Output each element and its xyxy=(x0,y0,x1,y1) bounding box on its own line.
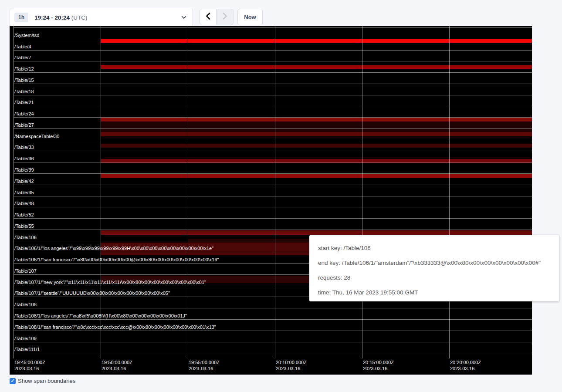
x-axis-tick-label: 19:55:00.000Z2023-03-16 xyxy=(189,359,220,372)
span-key-label: /Table/107 xyxy=(14,268,37,274)
span-key-label: /Table/108 xyxy=(14,302,37,307)
x-axis-tick-label: 19:45:00.000Z2023-03-16 xyxy=(14,359,45,372)
span-key-label: /Table/15 xyxy=(14,78,34,83)
span-key-label: /Table/18 xyxy=(14,89,34,94)
time-gridline xyxy=(14,26,14,358)
time-gridline xyxy=(362,26,362,358)
key-visualizer-canvas[interactable]: /System/tsd/Table/4/Table/7/Table/12/Tab… xyxy=(10,26,532,375)
span-boundary-line xyxy=(14,162,532,162)
heat-band xyxy=(101,174,532,178)
span-boundary-line xyxy=(14,84,532,84)
span-key-label: /Table/106/1/"san francisco"/"\x80\x00\x… xyxy=(14,257,219,262)
span-boundary-line xyxy=(14,27,532,28)
span-key-label: /NamespaceTable/30 xyxy=(14,134,59,139)
span-boundary-line xyxy=(14,342,532,342)
span-boundary-line xyxy=(14,61,532,61)
now-button[interactable]: Now xyxy=(237,9,263,25)
span-key-label: /Table/106/1/"los angeles"/"\x99\x99\x99… xyxy=(14,246,213,251)
x-axis-time: 20:20:00.000Z xyxy=(450,359,481,365)
span-key-label: /Table/106 xyxy=(14,235,37,240)
span-boundary-line xyxy=(14,117,532,118)
time-range-label: 19:24 - 20:24 (UTC) xyxy=(34,14,88,21)
chevron-left-icon xyxy=(206,13,210,21)
span-boundary-line xyxy=(14,140,532,140)
span-key-label: /Table/42 xyxy=(14,179,34,184)
span-boundary-line xyxy=(14,196,532,196)
span-tooltip: start key: /Table/106 end key: /Table/10… xyxy=(309,235,559,301)
x-axis-time: 19:45:00.000Z xyxy=(14,359,45,365)
time-gridline xyxy=(275,26,275,358)
time-gridline xyxy=(449,26,450,358)
span-key-label: /Table/36 xyxy=(14,156,34,161)
x-axis-time: 19:55:00.000Z xyxy=(189,359,220,365)
time-preset-badge: 1h xyxy=(14,13,28,22)
x-axis-tick-label: 19:50:00.000Z2023-03-16 xyxy=(102,359,132,372)
span-boundary-line xyxy=(14,72,532,73)
time-gridline xyxy=(188,26,188,358)
span-key-label: /Table/52 xyxy=(14,212,34,217)
span-boundary-line xyxy=(14,218,532,219)
next-interval-button[interactable] xyxy=(217,9,234,25)
span-boundary-line xyxy=(14,173,532,174)
span-boundary-line xyxy=(14,50,532,51)
show-span-boundaries-label: Show span boundaries xyxy=(18,378,75,384)
span-boundary-line xyxy=(14,353,532,353)
x-axis-date: 2023-03-16 xyxy=(450,365,481,372)
heat-band xyxy=(101,230,532,235)
span-key-label: /Table/45 xyxy=(14,190,34,195)
chevron-down-icon xyxy=(181,16,186,19)
span-key-label: /Table/12 xyxy=(14,66,34,71)
x-axis-tick-label: 20:15:00.000Z2023-03-16 xyxy=(363,359,394,372)
span-key-label: /Table/33 xyxy=(14,145,34,150)
span-boundary-line xyxy=(14,308,532,308)
time-range-select[interactable]: 1h 19:24 - 20:24 (UTC) xyxy=(10,8,193,27)
span-key-label: /Table/48 xyxy=(14,201,34,206)
span-boundary-line xyxy=(14,106,532,106)
span-boundary-line xyxy=(14,128,532,129)
checkmark-icon: ✓ xyxy=(10,378,14,383)
heat-band xyxy=(101,118,532,122)
previous-interval-button[interactable] xyxy=(200,9,217,25)
span-key-label: /Table/111/1 xyxy=(14,347,40,352)
span-key-label: /Table/39 xyxy=(14,167,34,172)
span-key-label: /Table/108/1/"san francisco"/"\x8c\xcc\x… xyxy=(14,324,216,330)
span-key-label: /System/tsd xyxy=(14,33,39,38)
x-axis-date: 2023-03-16 xyxy=(102,365,132,372)
footer-controls: ✓ Show span boundaries xyxy=(10,378,75,384)
span-boundary-line xyxy=(14,319,532,320)
x-axis-date: 2023-03-16 xyxy=(276,365,307,372)
heat-band xyxy=(101,65,532,69)
span-key-label: /Table/107/1/"new york"/"\x11\x11\x11\x1… xyxy=(14,280,206,285)
span-boundary-line xyxy=(14,185,532,185)
time-gridline xyxy=(101,26,101,358)
span-key-label: /Table/55 xyxy=(14,223,34,229)
span-key-label: /Table/27 xyxy=(14,122,34,128)
tooltip-start-key: start key: /Table/106 xyxy=(318,240,550,255)
heat-band xyxy=(101,132,532,136)
heat-band xyxy=(101,39,532,43)
x-axis-date: 2023-03-16 xyxy=(189,365,220,372)
time-range-value: 19:24 - 20:24 xyxy=(34,14,70,21)
span-boundary-line xyxy=(14,331,532,331)
timezone-label: (UTC) xyxy=(71,14,88,21)
span-boundary-line xyxy=(14,230,532,230)
x-axis-date: 2023-03-16 xyxy=(14,365,45,372)
x-axis-time: 19:50:00.000Z xyxy=(102,359,132,365)
x-axis-time: 20:10:00.000Z xyxy=(276,359,307,365)
chevron-right-icon xyxy=(223,13,227,21)
span-boundary-line xyxy=(14,95,532,95)
span-key-label: /Table/107/1/"seattle"/"UUUUUUD\x00\x80\… xyxy=(14,291,170,296)
heat-band xyxy=(101,122,532,132)
tooltip-end-key: end key: /Table/106/1/"amsterdam"/"\xb33… xyxy=(318,255,550,270)
span-boundary-line xyxy=(14,39,532,39)
x-axis-time: 20:15:00.000Z xyxy=(363,359,394,365)
span-key-label: /Table/21 xyxy=(14,100,34,105)
span-key-label: /Table/4 xyxy=(14,44,31,49)
span-key-label: /Table/108/1/"los angeles"/"\xa8\xf5\u00… xyxy=(14,313,187,318)
x-axis-tick-label: 20:20:00.000Z2023-03-16 xyxy=(450,359,481,372)
span-boundary-line xyxy=(14,151,532,151)
time-nav-group xyxy=(200,9,234,25)
tooltip-requests: requests: 28 xyxy=(318,270,550,285)
show-span-boundaries-checkbox[interactable]: ✓ xyxy=(10,378,16,384)
tooltip-time: time: Thu, 16 Mar 2023 19:55:00 GMT xyxy=(318,285,550,300)
